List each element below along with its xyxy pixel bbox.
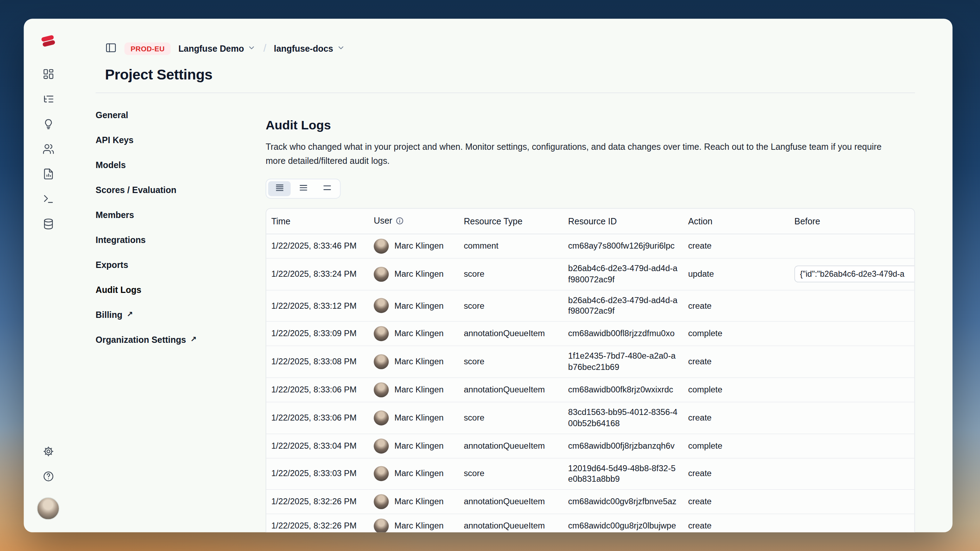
cell-resource-id: cm68awidc00gv8rjzfbnve5az [563, 490, 683, 514]
cell-resource-type: annotationQueueItem [459, 434, 563, 458]
project-name: langfuse-docs [274, 44, 334, 54]
section-description: Track who changed what in your project a… [266, 140, 903, 167]
info-icon[interactable] [395, 217, 404, 227]
breadcrumb-separator: / [264, 43, 266, 55]
cell-user: Marc Klingen [369, 234, 459, 259]
cell-user: Marc Klingen [369, 490, 459, 514]
settings-nav-item[interactable]: Organization Settings ↗ [95, 327, 266, 353]
organization-selector[interactable]: Langfuse Demo [178, 44, 256, 54]
cell-time: 1/22/2025, 8:32:26 PM [266, 490, 369, 514]
row-height-large-button[interactable] [315, 181, 338, 196]
table-row[interactable]: 1/22/2025, 8:33:24 PM Marc Klingen score [266, 259, 915, 291]
settings-nav-item[interactable]: Members ↗ [95, 203, 266, 227]
organization-name: Langfuse Demo [178, 44, 244, 54]
page-title: Project Settings [105, 65, 915, 84]
cell-user: Marc Klingen [369, 514, 459, 532]
user-name: Marc Klingen [395, 440, 444, 451]
table-row[interactable]: 1/22/2025, 8:33:06 PM Marc Klingen score [266, 402, 915, 434]
settings-nav-item[interactable]: Audit Logs ↗ [95, 278, 266, 302]
cell-action: create [683, 346, 789, 378]
settings-nav-label: Integrations [95, 235, 146, 245]
cell-before [789, 490, 914, 514]
user-avatar [374, 382, 389, 397]
sidebar-prompts-button[interactable] [35, 113, 60, 138]
before-value-box[interactable]: {"id":"b26ab4c6-d2e3-479d-a [794, 266, 914, 283]
table-row[interactable]: 1/22/2025, 8:32:26 PM Marc Klingen annot… [266, 490, 915, 514]
rows-large-icon [322, 183, 332, 194]
settings-nav-item[interactable]: Scores / Evaluation ↗ [95, 178, 266, 203]
table-row[interactable]: 1/22/2025, 8:33:08 PM Marc Klingen score [266, 346, 915, 378]
settings-content: General ↗ API Keys ↗ Models ↗ [95, 93, 915, 532]
settings-nav-label: Members [95, 210, 134, 220]
col-action: Action [683, 208, 789, 234]
cell-time: 1/22/2025, 8:33:03 PM [266, 458, 369, 490]
cell-resource-id: b26ab4c6-d2e3-479d-ad4d-af980072ac9f [563, 259, 683, 291]
sidebar-tracing-button[interactable] [35, 87, 60, 113]
table-row[interactable]: 1/22/2025, 8:33:06 PM Marc Klingen annot… [266, 378, 915, 402]
cell-resource-id: 1f1e2435-7bd7-480e-a2a0-ab76bec21b69 [563, 346, 683, 378]
table-header-row: Time User Resource Type Resource ID Acti… [266, 208, 915, 234]
sidebar-toggle-button[interactable] [105, 42, 117, 56]
sidebar-playground-button[interactable] [35, 187, 60, 213]
environment-badge: PROD-EU [124, 43, 171, 55]
table-row[interactable]: 1/22/2025, 8:33:03 PM Marc Klingen score [266, 458, 915, 490]
table-row[interactable]: 1/22/2025, 8:33:04 PM Marc Klingen annot… [266, 434, 915, 458]
settings-nav-item[interactable]: General ↗ [95, 102, 266, 127]
settings-nav-item[interactable]: Models ↗ [95, 152, 266, 178]
cell-resource-id: 12019d64-5d49-48b8-8f32-5e0b831a8bb9 [563, 458, 683, 490]
user-avatar [374, 354, 389, 370]
rows-medium-icon [298, 183, 308, 194]
breadcrumb: PROD-EU Langfuse Demo / langfuse-docs [105, 40, 915, 58]
panel-left-icon [105, 42, 117, 56]
user-name: Marc Klingen [395, 496, 444, 507]
cell-resource-id: cm68awidb00fk8rjz0wxixrdc [563, 378, 683, 402]
settings-nav-item[interactable]: Integrations ↗ [95, 227, 266, 252]
sidebar-evaluation-button[interactable] [35, 162, 60, 187]
table-row[interactable]: 1/22/2025, 8:33:12 PM Marc Klingen score [266, 291, 915, 322]
cell-action: create [683, 490, 789, 514]
cell-before [789, 434, 914, 458]
help-button[interactable] [35, 465, 60, 490]
app-window: PROD-EU Langfuse Demo / langfuse-docs Pr… [24, 19, 953, 532]
settings-button[interactable] [35, 440, 60, 465]
cell-time: 1/22/2025, 8:33:46 PM [266, 234, 369, 259]
user-name: Marc Klingen [395, 240, 444, 252]
list-tree-icon [42, 93, 54, 107]
langfuse-logo [40, 35, 56, 48]
settings-nav: General ↗ API Keys ↗ Models ↗ [95, 93, 266, 532]
cell-time: 1/22/2025, 8:33:24 PM [266, 259, 369, 291]
project-selector[interactable]: langfuse-docs [274, 44, 345, 54]
table-row[interactable]: 1/22/2025, 8:33:46 PM Marc Klingen comme… [266, 234, 915, 259]
external-link-icon: ↗ [127, 310, 133, 319]
user-name: Marc Klingen [395, 468, 444, 480]
cell-before [789, 346, 914, 378]
sidebar-users-button[interactable] [35, 138, 60, 162]
audit-table-wrap: Time User Resource Type Resource ID Acti… [266, 208, 915, 532]
cell-user: Marc Klingen [369, 434, 459, 458]
user-avatar [374, 326, 389, 341]
cell-time: 1/22/2025, 8:33:06 PM [266, 402, 369, 434]
cell-user: Marc Klingen [369, 378, 459, 402]
settings-nav-item[interactable]: API Keys ↗ [95, 127, 266, 152]
row-height-small-button[interactable] [268, 181, 291, 196]
row-height-medium-button[interactable] [292, 181, 315, 196]
table-row[interactable]: 1/22/2025, 8:32:26 PM Marc Klingen annot… [266, 514, 915, 532]
user-avatar [374, 298, 389, 313]
user-name: Marc Klingen [395, 356, 444, 367]
user-name: Marc Klingen [395, 268, 444, 280]
settings-nav-item[interactable]: Exports ↗ [95, 252, 266, 278]
sidebar-dashboard-button[interactable] [35, 63, 60, 87]
database-icon [42, 218, 54, 232]
user-name: Marc Klingen [395, 521, 444, 532]
settings-nav-label: Audit Logs [95, 285, 142, 295]
user-name: Marc Klingen [395, 384, 444, 395]
rows-compact-icon [275, 183, 284, 194]
cell-action: create [683, 514, 789, 532]
current-user-avatar[interactable] [37, 497, 59, 520]
cell-resource-id: b26ab4c6-d2e3-479d-ad4d-af980072ac9f [563, 291, 683, 322]
terminal-icon [42, 193, 54, 207]
cell-time: 1/22/2025, 8:32:26 PM [266, 514, 369, 532]
sidebar-datasets-button[interactable] [35, 213, 60, 237]
settings-nav-item[interactable]: Billing ↗ [95, 302, 266, 327]
table-row[interactable]: 1/22/2025, 8:33:09 PM Marc Klingen annot… [266, 322, 915, 346]
